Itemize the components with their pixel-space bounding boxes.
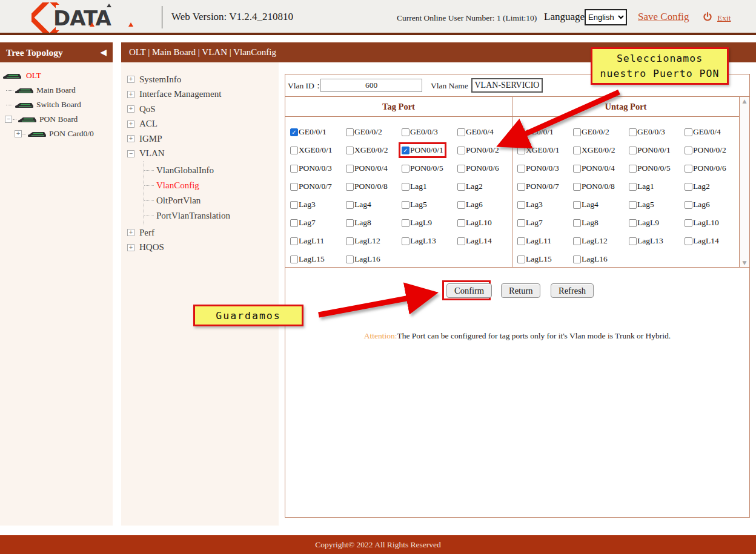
- untag-checkbox-pon0-0-5[interactable]: [629, 165, 637, 173]
- language-select[interactable]: English: [585, 9, 627, 25]
- untag-checkbox-lagl14[interactable]: [685, 237, 692, 245]
- scroll-up-icon[interactable]: ▲: [743, 98, 747, 104]
- collapse-minus-icon[interactable]: −: [5, 116, 12, 123]
- untag-checkbox-pon0-0-6[interactable]: [685, 165, 692, 173]
- untag-checkbox-pon0-0-3[interactable]: [517, 165, 525, 173]
- tag-checkbox-ge0-0-1[interactable]: ✓: [290, 128, 298, 136]
- menu-item-vlan[interactable]: −VLAN: [121, 147, 279, 162]
- menu-item-perf[interactable]: +Perf: [121, 225, 279, 240]
- untag-checkbox-lag7[interactable]: [517, 219, 525, 227]
- refresh-button[interactable]: Refresh: [551, 283, 594, 298]
- untag-checkbox-xge0-0-2[interactable]: [573, 147, 581, 154]
- tag-checkbox-lag5[interactable]: [402, 201, 409, 209]
- untag-checkbox-pon0-0-7[interactable]: [517, 183, 525, 191]
- tag-checkbox-pon0-0-7[interactable]: [290, 183, 298, 191]
- exit-link[interactable]: Exit: [717, 13, 731, 23]
- untag-checkbox-lag3[interactable]: [517, 201, 525, 209]
- untag-checkbox-lag1[interactable]: [629, 183, 637, 191]
- port-table-scrollbar[interactable]: ▲ ▼: [740, 97, 749, 267]
- menu-subitem-oltportvlan[interactable]: OltPortVlan: [144, 193, 279, 208]
- expand-plus-icon[interactable]: +: [127, 135, 134, 142]
- expand-plus-icon[interactable]: +: [127, 76, 134, 83]
- untag-checkbox-lagl11[interactable]: [517, 237, 525, 245]
- tree-node-main-board[interactable]: Main Board: [0, 83, 113, 97]
- untag-checkbox-ge0-0-2[interactable]: [573, 128, 581, 136]
- save-config-link[interactable]: Save Config: [638, 11, 689, 23]
- tag-checkbox-pon0-0-8[interactable]: [346, 183, 354, 191]
- expand-plus-icon[interactable]: +: [127, 244, 134, 251]
- untag-checkbox-lag5[interactable]: [629, 201, 637, 209]
- collapse-minus-icon[interactable]: −: [127, 150, 134, 157]
- tag-checkbox-lagl16[interactable]: [346, 256, 354, 263]
- expand-plus-icon[interactable]: +: [127, 120, 134, 128]
- tag-checkbox-lagl10[interactable]: [457, 219, 465, 227]
- tag-checkbox-ge0-0-2[interactable]: [346, 128, 354, 136]
- tree-node-olt[interactable]: OLT: [0, 68, 113, 83]
- expand-plus-icon[interactable]: +: [127, 91, 134, 98]
- tag-checkbox-ge0-0-3[interactable]: [402, 128, 409, 136]
- menu-item-interface-management[interactable]: +Interface Management: [121, 87, 279, 102]
- tag-checkbox-lag7[interactable]: [290, 219, 298, 227]
- tag-checkbox-xge0-0-1[interactable]: [290, 147, 298, 154]
- tree-node-pon-card0-0[interactable]: +PON Card0/0: [0, 127, 113, 141]
- untag-checkbox-lagl15[interactable]: [517, 256, 525, 263]
- untag-checkbox-ge0-0-4[interactable]: [685, 128, 692, 136]
- tag-checkbox-pon0-0-6[interactable]: [457, 165, 465, 173]
- return-button[interactable]: Return: [501, 283, 540, 298]
- tag-checkbox-lag2[interactable]: [457, 183, 465, 191]
- menu-subitem-vlanglobalinfo[interactable]: VlanGlobalInfo: [144, 163, 279, 178]
- tree-node-switch-board[interactable]: Switch Board: [0, 97, 113, 112]
- untag-checkbox-lagl10[interactable]: [685, 219, 692, 227]
- tag-checkbox-lag4[interactable]: [346, 201, 354, 209]
- menu-item-hqos[interactable]: +HQOS: [121, 240, 279, 256]
- untag-checkbox-lag2[interactable]: [685, 183, 692, 191]
- tree-node-pon-board[interactable]: −PON Board: [0, 112, 113, 127]
- tag-checkbox-pon0-0-4[interactable]: [346, 165, 354, 173]
- confirm-button[interactable]: Confirm: [446, 283, 492, 298]
- tag-checkbox-lagl12[interactable]: [346, 237, 354, 245]
- untag-checkbox-lagl13[interactable]: [629, 237, 637, 245]
- power-icon[interactable]: [703, 12, 712, 22]
- tag-checkbox-lagl11[interactable]: [290, 237, 298, 245]
- scroll-down-icon[interactable]: ▼: [743, 260, 747, 266]
- collapse-sidebar-icon[interactable]: ◀: [100, 42, 107, 62]
- menu-item-acl[interactable]: +ACL: [121, 117, 279, 132]
- untag-checkbox-ge0-0-3[interactable]: [629, 128, 637, 136]
- tag-checkbox-lagl9[interactable]: [402, 219, 409, 227]
- untag-checkbox-lagl16[interactable]: [573, 256, 581, 263]
- untag-checkbox-pon0-0-8[interactable]: [573, 183, 581, 191]
- tag-checkbox-lag1[interactable]: [402, 183, 409, 191]
- tag-checkbox-pon0-0-3[interactable]: [290, 165, 298, 173]
- untag-checkbox-lag4[interactable]: [573, 201, 581, 209]
- expand-plus-icon[interactable]: +: [15, 130, 22, 137]
- untag-checkbox-lagl9[interactable]: [629, 219, 637, 227]
- untag-checkbox-lag6[interactable]: [685, 201, 692, 209]
- vlan-name-input[interactable]: [471, 78, 543, 93]
- menu-item-qos[interactable]: +QoS: [121, 102, 279, 117]
- tag-checkbox-lagl15[interactable]: [290, 256, 298, 263]
- tag-checkbox-lag8[interactable]: [346, 219, 354, 227]
- untag-checkbox-pon0-0-1[interactable]: [629, 147, 637, 154]
- tag-checkbox-lagl14[interactable]: [457, 237, 465, 245]
- expand-plus-icon[interactable]: +: [127, 105, 134, 113]
- tag-checkbox-xge0-0-2[interactable]: [346, 147, 354, 154]
- expand-plus-icon[interactable]: +: [127, 229, 134, 236]
- tag-checkbox-lagl13[interactable]: [402, 237, 409, 245]
- tag-checkbox-pon0-0-5[interactable]: [402, 165, 409, 173]
- tag-checkbox-pon0-0-2[interactable]: [457, 147, 465, 154]
- tag-checkbox-pon0-0-1[interactable]: ✓: [402, 147, 409, 154]
- untag-checkbox-xge0-0-1[interactable]: [517, 147, 525, 154]
- menu-item-igmp[interactable]: +IGMP: [121, 131, 279, 147]
- menu-subitem-portvlantranslation[interactable]: PortVlanTranslation: [144, 208, 279, 223]
- untag-checkbox-pon0-0-2[interactable]: [685, 147, 692, 154]
- tag-checkbox-lag6[interactable]: [457, 201, 465, 209]
- tag-checkbox-lag3[interactable]: [290, 201, 298, 209]
- vlan-id-input[interactable]: [320, 79, 422, 92]
- untag-checkbox-ge0-0-1[interactable]: [517, 128, 525, 136]
- tag-checkbox-ge0-0-4[interactable]: [457, 128, 465, 136]
- menu-subitem-vlanconfig[interactable]: VlanConfig: [144, 178, 279, 193]
- untag-checkbox-lag8[interactable]: [573, 219, 581, 227]
- untag-checkbox-pon0-0-4[interactable]: [573, 165, 581, 173]
- untag-checkbox-lagl12[interactable]: [573, 237, 581, 245]
- menu-item-systeminfo[interactable]: +SystemInfo: [121, 72, 279, 87]
